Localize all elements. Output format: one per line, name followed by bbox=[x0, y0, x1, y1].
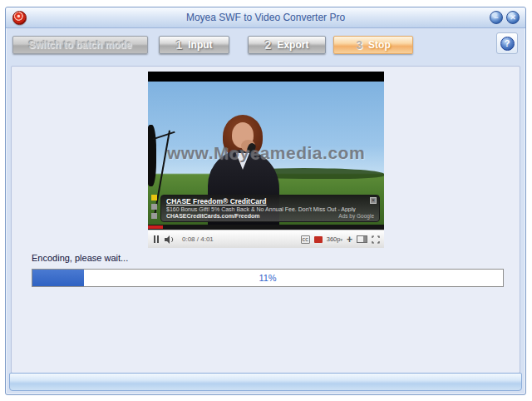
quality-button[interactable]: 360p▾ bbox=[327, 235, 342, 243]
ad-bullet-yellow bbox=[151, 195, 157, 200]
ad-overlay: CHASE Freedom® CreditCard × $160 Bonus G… bbox=[160, 195, 380, 222]
expand-button[interactable]: + bbox=[347, 235, 352, 245]
ad-bullet-icons bbox=[151, 195, 157, 220]
fullscreen-icon bbox=[372, 235, 380, 244]
window-title: Moyea SWF to Video Converter Pro bbox=[6, 12, 525, 23]
ad-close-icon[interactable]: × bbox=[370, 197, 377, 204]
ad-footer-row: CHASECreditCards.com/Freedom Ads by Goog… bbox=[166, 213, 374, 219]
widescreen-button[interactable] bbox=[357, 235, 367, 243]
annotations-button[interactable] bbox=[314, 236, 323, 243]
titlebar-buttons: − ✕ bbox=[490, 11, 520, 24]
progress-label: 11% bbox=[32, 273, 503, 283]
progress-bar: 11% bbox=[32, 269, 504, 287]
video-scene[interactable]: www.Moyeamedia.com CHASE Freedom® Credit… bbox=[148, 82, 384, 225]
ad-url-link[interactable]: CHASECreditCards.com/Freedom bbox=[166, 213, 259, 219]
encoding-status-text: Encoding, please wait... bbox=[32, 253, 128, 263]
ad-bullet-gray bbox=[151, 213, 157, 219]
ad-attribution: Ads by Google bbox=[338, 213, 374, 219]
quality-label: 360p bbox=[327, 235, 341, 243]
chevron-down-icon: ▾ bbox=[340, 237, 342, 242]
help-button[interactable]: ? bbox=[496, 32, 518, 54]
step-number: 3 bbox=[356, 38, 362, 52]
seekbar[interactable] bbox=[148, 225, 384, 230]
step-label: Export bbox=[277, 39, 308, 51]
speaker-icon bbox=[165, 235, 175, 244]
captions-button[interactable]: CC bbox=[301, 235, 310, 244]
video-player: www.Moyeamedia.com CHASE Freedom® Credit… bbox=[148, 72, 384, 248]
toolbar: Switch to batch mode 1 Input 2 Export 3 … bbox=[6, 28, 525, 65]
step-label: Input bbox=[188, 39, 212, 51]
watermark-text: www.Moyeamedia.com bbox=[148, 143, 384, 163]
mic-stand-arm bbox=[152, 131, 175, 141]
app-window: Moyea SWF to Video Converter Pro − ✕ Swi… bbox=[5, 7, 526, 395]
pause-button[interactable] bbox=[152, 234, 160, 245]
ad-bullet-gray bbox=[151, 204, 157, 210]
status-bar bbox=[9, 373, 522, 391]
close-button[interactable]: ✕ bbox=[506, 11, 520, 24]
ad-description: $160 Bonus Gift! 5% Cash Back & No Annua… bbox=[166, 206, 374, 212]
content-panel: www.Moyeamedia.com CHASE Freedom® Credit… bbox=[11, 66, 520, 374]
titlebar: Moyea SWF to Video Converter Pro − ✕ bbox=[6, 7, 525, 28]
step-label: Stop bbox=[368, 39, 391, 51]
minimize-button[interactable]: − bbox=[490, 11, 503, 24]
step-number: 2 bbox=[265, 38, 272, 52]
video-letterbox bbox=[148, 72, 384, 82]
seekbar-played bbox=[148, 225, 163, 229]
player-controlbar: 0:08 / 4:01 CC 360p▾ + bbox=[148, 230, 384, 248]
ad-title-link[interactable]: CHASE Freedom® CreditCard bbox=[166, 197, 374, 205]
time-display: 0:08 / 4:01 bbox=[182, 235, 214, 243]
step-button-input[interactable]: 1 Input bbox=[159, 36, 229, 54]
fullscreen-button[interactable] bbox=[372, 235, 380, 244]
volume-button[interactable] bbox=[165, 235, 175, 244]
step-button-stop[interactable]: 3 Stop bbox=[333, 36, 413, 54]
batch-mode-button[interactable]: Switch to batch mode bbox=[12, 36, 148, 54]
step-button-export[interactable]: 2 Export bbox=[248, 36, 326, 54]
step-number: 1 bbox=[175, 38, 182, 52]
help-icon: ? bbox=[500, 37, 515, 51]
